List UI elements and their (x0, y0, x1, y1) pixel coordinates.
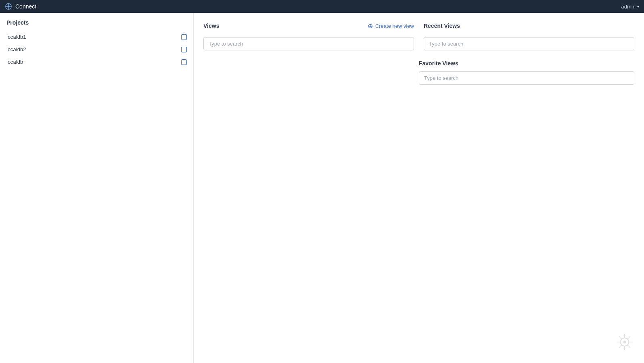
checkbox-icon-localdb[interactable] (181, 59, 187, 65)
favorite-views-column: Favorite Views (419, 60, 634, 85)
svg-point-7 (623, 341, 626, 344)
svg-line-12 (619, 336, 622, 339)
sidebar-item-label: localdb2 (6, 46, 181, 52)
views-header: Views ⊕ Create new view (203, 19, 414, 32)
main-layout: Projects localdb1 localdb2 localdb Views… (0, 13, 644, 363)
app-title: Connect (15, 3, 36, 10)
checkbox-icon-localdb2[interactable] (181, 47, 187, 52)
create-new-view-label: Create new view (375, 23, 414, 29)
svg-line-13 (627, 345, 630, 348)
user-menu[interactable]: admin ▾ (621, 4, 639, 10)
content-area: Views ⊕ Create new view Recent Views Fa (194, 13, 644, 363)
recent-views-title: Recent Views (424, 23, 460, 29)
brand-icon (5, 3, 12, 10)
favorite-views-area: Favorite Views (203, 60, 634, 85)
svg-line-15 (619, 345, 622, 348)
recent-views-header: Recent Views (424, 19, 634, 32)
top-row: Views ⊕ Create new view Recent Views (203, 19, 634, 50)
sidebar-item-localdb2[interactable]: localdb2 (0, 43, 193, 56)
svg-line-14 (627, 336, 630, 339)
sidebar-item-localdb[interactable]: localdb (0, 56, 193, 68)
views-search-input[interactable] (203, 37, 414, 50)
watermark (615, 332, 634, 353)
sidebar-item-label: localdb1 (6, 34, 181, 40)
sidebar-item-localdb1[interactable]: localdb1 (0, 31, 193, 43)
watermark-icon (615, 332, 634, 352)
views-column: Views ⊕ Create new view (203, 19, 414, 50)
sidebar-item-label: localdb (6, 59, 181, 65)
create-new-view-button[interactable]: ⊕ Create new view (368, 22, 414, 30)
sidebar-header: Projects (0, 19, 193, 31)
checkbox-icon-localdb1[interactable] (181, 34, 187, 40)
navbar: Connect admin ▾ (0, 0, 644, 13)
username: admin (621, 4, 636, 10)
chevron-down-icon: ▾ (637, 4, 639, 9)
views-title: Views (203, 23, 219, 29)
brand: Connect (5, 3, 36, 10)
favorite-views-title: Favorite Views (419, 60, 634, 67)
plus-circle-icon: ⊕ (368, 22, 373, 30)
favorite-views-search-input[interactable] (419, 71, 634, 85)
sidebar: Projects localdb1 localdb2 localdb (0, 13, 194, 363)
recent-views-search-input[interactable] (424, 37, 634, 50)
recent-views-column: Recent Views (424, 19, 634, 50)
svg-point-1 (7, 5, 9, 7)
